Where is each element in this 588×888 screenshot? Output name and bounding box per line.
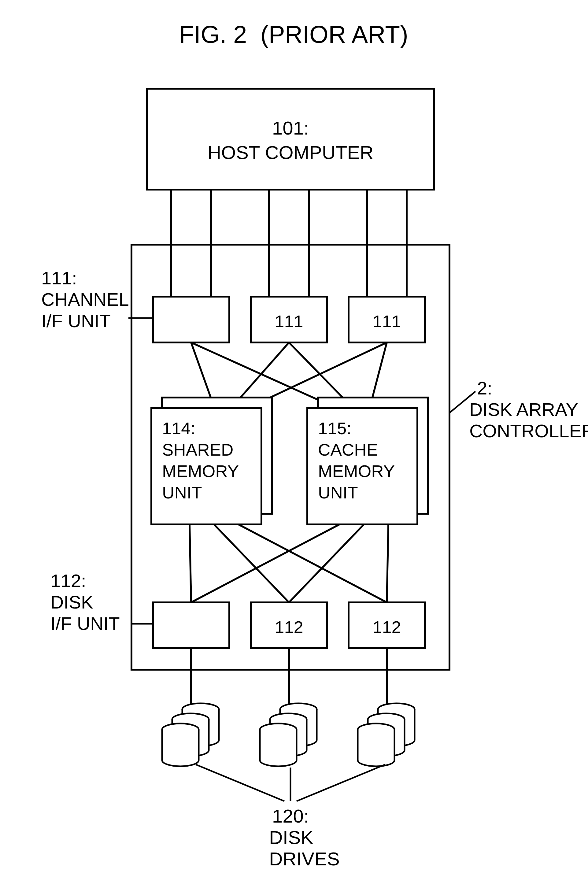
disk-if-box-label-2: 112 xyxy=(274,617,303,637)
svg-line-22 xyxy=(214,524,289,602)
diagram-root: FIG. 2 (PRIOR ART) 101: HOST COMPUTER 2:… xyxy=(0,0,588,888)
disk-if-units: 112 112 xyxy=(153,602,425,648)
svg-line-24 xyxy=(191,524,339,602)
channel-box-label-2: 111 xyxy=(274,312,303,331)
shared-mem-l2: MEMORY xyxy=(162,461,239,481)
disk-drives xyxy=(162,703,415,766)
host-to-channel-lines xyxy=(171,190,406,297)
svg-rect-7 xyxy=(153,297,230,342)
cache-memory-unit: 115: CACHE MEMORY UNIT xyxy=(307,398,428,524)
svg-line-23 xyxy=(238,524,387,602)
disk-if-name-l2: I/F UNIT xyxy=(51,614,120,634)
svg-line-25 xyxy=(289,524,364,602)
svg-line-43 xyxy=(196,765,284,801)
host-name: HOST COMPUTER xyxy=(207,142,374,163)
shared-memory-unit: 114: SHARED MEMORY UNIT xyxy=(152,398,272,524)
svg-line-26 xyxy=(387,524,388,602)
figure-title: FIG. 2 (PRIOR ART) xyxy=(179,21,408,48)
svg-line-45 xyxy=(297,765,385,801)
shared-mem-id: 114: xyxy=(162,418,195,438)
cache-mem-l2: MEMORY xyxy=(318,461,395,481)
cache-mem-l1: CACHE xyxy=(318,440,378,459)
shared-mem-l3: UNIT xyxy=(162,483,202,502)
disk-if-id: 112: xyxy=(51,571,86,591)
svg-rect-27 xyxy=(153,602,230,648)
drives-name-l2: DRIVES xyxy=(269,848,340,869)
drive-label-leaders xyxy=(196,765,385,801)
disk-if-name-l1: DISK xyxy=(51,592,93,612)
memory-to-diskif-lines xyxy=(190,524,388,602)
shared-mem-l1: SHARED xyxy=(162,440,233,459)
channel-if-name-l2: I/F UNIT xyxy=(41,310,111,331)
disk-if-label: 112: DISK I/F UNIT xyxy=(51,571,153,634)
drives-id: 120: xyxy=(272,806,309,826)
controller-name-l2: CONTROLLER xyxy=(470,421,588,441)
svg-line-21 xyxy=(190,524,191,602)
host-id: 101: xyxy=(272,117,309,138)
disk-if-box-label-3: 112 xyxy=(372,617,401,637)
channel-if-id: 111: xyxy=(41,268,77,288)
channel-box-label-3: 111 xyxy=(372,312,401,331)
svg-rect-0 xyxy=(147,88,434,190)
cache-mem-id: 115: xyxy=(318,418,351,438)
channel-if-name-l1: CHANNEL xyxy=(41,289,129,310)
drives-name-l1: DISK xyxy=(269,827,314,848)
cache-mem-l3: UNIT xyxy=(318,483,358,502)
controller-id: 2: xyxy=(477,378,492,399)
channel-if-label: 111: CHANNEL I/F UNIT xyxy=(41,268,153,331)
controller-name-l1: DISK ARRAY xyxy=(470,399,578,420)
channel-if-units: 111 111 xyxy=(153,297,425,342)
host-computer-block: 101: HOST COMPUTER xyxy=(147,88,434,190)
